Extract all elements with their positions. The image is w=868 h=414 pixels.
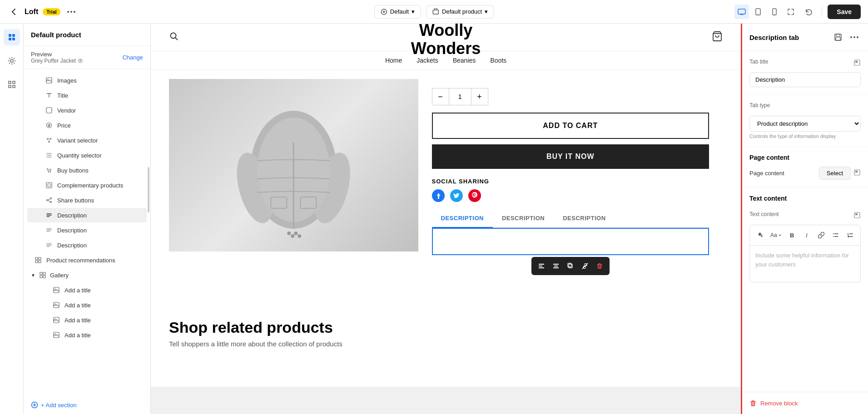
title-icon (45, 92, 53, 99)
twitter-icon[interactable] (450, 189, 463, 202)
magic-tool-button[interactable] (754, 229, 766, 242)
block-delete[interactable] (593, 260, 606, 272)
components-icon-button[interactable] (4, 76, 20, 93)
remove-block-button[interactable]: Remove block (742, 392, 868, 414)
save-button[interactable]: Save (828, 5, 861, 19)
description-tab-1[interactable]: DESCRIPTION (432, 209, 493, 228)
desktop-view-button[interactable] (734, 5, 749, 19)
gallery-item-4[interactable]: Add a title (35, 328, 139, 342)
add-section-button[interactable]: + Add section (24, 396, 150, 414)
svg-rect-36 (39, 261, 41, 263)
svg-rect-11 (12, 34, 15, 37)
italic-button[interactable]: I (800, 229, 813, 242)
shop-subtitle: Tell shoppers a little more about the co… (169, 340, 723, 348)
gallery-item-1[interactable]: Add a title (35, 283, 139, 297)
default-dropdown[interactable]: Default ▾ (374, 5, 421, 19)
block-unlink[interactable] (579, 260, 591, 272)
svg-rect-68 (554, 266, 558, 266)
nav-section-gallery[interactable]: ▼ Gallery (24, 268, 150, 282)
default-label: Default (390, 8, 409, 15)
nav-item-images[interactable]: Images (27, 73, 147, 88)
svg-rect-28 (46, 182, 52, 188)
tablet-view-button[interactable] (751, 5, 765, 19)
nav-item-description-active[interactable]: Description (27, 208, 147, 222)
block-align-left[interactable] (535, 260, 548, 272)
pinterest-icon[interactable] (468, 189, 481, 202)
svg-point-25 (49, 141, 50, 143)
text-content-icon[interactable] (853, 212, 861, 221)
nav-icon-button[interactable] (4, 29, 20, 45)
text-editor: Aa B I (749, 225, 861, 282)
nav-item-vendor[interactable]: Vendor (27, 103, 147, 118)
right-panel-title: Description tab (749, 34, 799, 41)
page-content-select-button[interactable]: Select (819, 167, 851, 180)
add-to-cart-button[interactable]: ADD TO CART (432, 113, 709, 139)
description-active-icon (45, 212, 53, 219)
font-size-button[interactable]: Aa (768, 229, 784, 242)
nav-item-description-2[interactable]: Description (27, 223, 147, 237)
nav-item-variant[interactable]: Variant selector (27, 133, 147, 148)
left-panel: Default product Preview Grey Puffer Jack… (24, 24, 151, 414)
nav-item-share[interactable]: Share buttons (27, 193, 147, 207)
unordered-list-button[interactable] (829, 229, 842, 242)
page-content-icon[interactable] (853, 169, 861, 178)
nav-item-buy-buttons[interactable]: Buy buttons (27, 163, 147, 177)
nav-home[interactable]: Home (385, 57, 402, 64)
buy-icon (45, 167, 53, 174)
settings-icon-button[interactable] (4, 53, 20, 69)
nav-item-complementary[interactable]: Complementary products (27, 178, 147, 192)
tab-title-icon[interactable] (853, 59, 861, 68)
right-panel-icons (832, 31, 861, 44)
svg-point-85 (833, 233, 834, 234)
nav-boots[interactable]: Boots (490, 57, 506, 64)
svg-point-20 (48, 79, 49, 80)
description-tab-3[interactable]: DESCRIPTION (554, 209, 615, 227)
svg-rect-66 (539, 267, 544, 268)
quantity-value: 1 (449, 89, 471, 105)
more-button[interactable] (65, 5, 78, 18)
page-content-section-title: Page content (749, 154, 861, 161)
main-layout: Default product Preview Grey Puffer Jack… (0, 24, 868, 414)
svg-rect-64 (539, 264, 544, 265)
text-editor-area[interactable]: Include some helpful information for you… (750, 246, 860, 282)
nav-item-product-recs[interactable]: Product recommendations (27, 253, 147, 267)
mobile-view-button[interactable] (767, 5, 782, 19)
vendor-icon (45, 107, 53, 114)
block-align-center[interactable] (550, 260, 562, 272)
gallery-item-2[interactable]: Add a title (35, 298, 139, 312)
image-icon (53, 286, 60, 294)
icon-sidebar (0, 24, 24, 414)
link-button[interactable] (815, 229, 828, 242)
svg-point-63 (298, 234, 301, 238)
panel-icon-save[interactable] (832, 31, 844, 44)
fullscreen-button[interactable] (784, 5, 798, 19)
buy-it-now-button[interactable]: BUY IT NOW (432, 144, 709, 169)
tab-title-input[interactable] (749, 72, 861, 87)
undo-button[interactable] (802, 5, 816, 19)
cart-icon[interactable] (712, 31, 723, 44)
default-product-dropdown[interactable]: Default product ▾ (426, 5, 494, 19)
quantity-increase-button[interactable]: + (471, 89, 488, 105)
gallery-item-3[interactable]: Add a title (35, 313, 139, 327)
chevron-down-icon: ▼ (31, 273, 35, 278)
panel-more-button[interactable] (848, 31, 861, 44)
nav-item-description-3[interactable]: Description (27, 238, 147, 252)
nav-item-price[interactable]: Price (27, 118, 147, 133)
description-tab-2[interactable]: DESCRIPTION (493, 209, 554, 227)
ordered-list-button[interactable] (844, 229, 857, 242)
nav-item-quantity[interactable]: Quantity selector (27, 148, 147, 163)
block-action-toolbar (531, 257, 610, 275)
scrollbar-thumb (148, 167, 149, 212)
nav-item-title[interactable]: Title (27, 88, 147, 103)
bold-button[interactable]: B (786, 229, 799, 242)
change-button[interactable]: Change (122, 54, 143, 61)
search-icon[interactable] (169, 31, 179, 43)
block-duplicate[interactable] (564, 260, 577, 272)
back-button[interactable] (7, 5, 20, 18)
tab-type-select[interactable]: Product description Custom text Page con… (749, 116, 861, 132)
svg-rect-12 (9, 38, 11, 40)
quantity-decrease-button[interactable]: − (432, 89, 449, 105)
facebook-icon[interactable] (432, 189, 445, 202)
svg-rect-29 (48, 184, 50, 187)
page-content-label: Page content (749, 170, 784, 177)
